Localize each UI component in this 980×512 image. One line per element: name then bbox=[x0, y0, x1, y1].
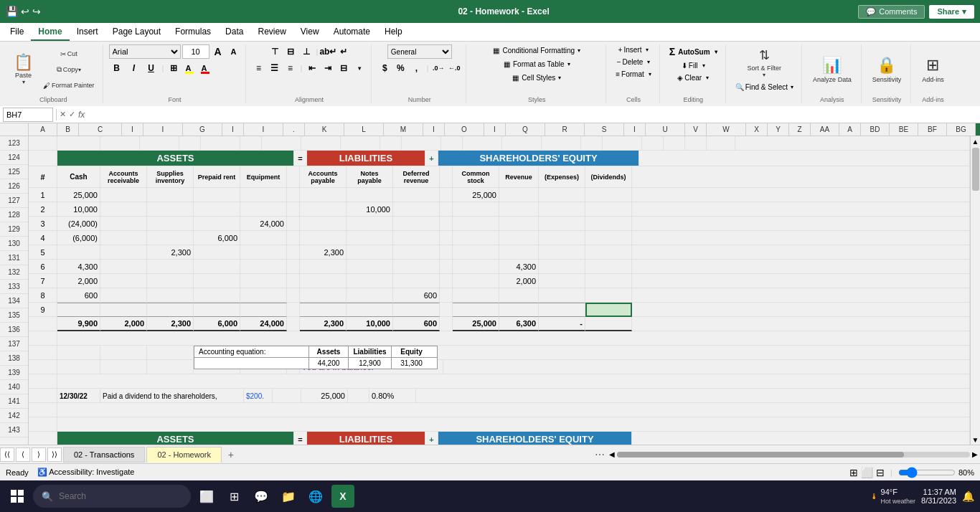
underline-button[interactable]: U bbox=[143, 61, 159, 75]
align-left-button[interactable]: ≡ bbox=[252, 61, 266, 75]
tab-review[interactable]: Review bbox=[250, 24, 293, 41]
row-131[interactable]: 131 bbox=[0, 251, 28, 265]
merge-chevron[interactable]: ▾ bbox=[352, 61, 367, 75]
decrease-indent-button[interactable]: ⇤ bbox=[305, 61, 319, 75]
table-row[interactable]: 4 (6,000) 6,000 bbox=[29, 231, 970, 245]
col-T[interactable]: I bbox=[624, 123, 646, 136]
align-bottom-button[interactable]: ⊥ bbox=[299, 44, 314, 59]
fill-button[interactable]: ⬇ Fill ▾ bbox=[678, 60, 709, 71]
sheet-nav-next[interactable]: ⟩ bbox=[32, 447, 46, 462]
fill-color-button[interactable]: A bbox=[182, 61, 197, 75]
excel-taskbar-button[interactable]: X bbox=[331, 485, 354, 508]
bold-button[interactable]: B bbox=[109, 61, 125, 75]
italic-button[interactable]: I bbox=[126, 61, 142, 75]
percent-button[interactable]: % bbox=[393, 61, 407, 75]
formula-input[interactable] bbox=[88, 108, 977, 122]
col-H[interactable]: I bbox=[244, 123, 283, 136]
tab-automate[interactable]: Automate bbox=[326, 24, 377, 41]
row-143[interactable]: 143 bbox=[0, 423, 28, 437]
format-cells-button[interactable]: ≡ Format ▾ bbox=[612, 69, 655, 80]
sum-button[interactable]: Σ AutoSum ▾ bbox=[666, 44, 721, 59]
table-row[interactable]: 9 bbox=[29, 303, 970, 317]
merge-button[interactable]: ⊟ bbox=[336, 61, 351, 75]
col-BF[interactable]: BF bbox=[918, 123, 947, 136]
delete-cells-button[interactable]: − Delete ▾ bbox=[613, 57, 654, 67]
font-decrease-button[interactable]: A bbox=[227, 44, 241, 59]
table-row[interactable]: 1 25,000 25,000 bbox=[29, 188, 970, 202]
row-135[interactable]: 135 bbox=[0, 308, 28, 323]
row-141[interactable]: 141 bbox=[0, 394, 28, 409]
row-132[interactable]: 132 bbox=[0, 265, 28, 280]
decrease-decimal-button[interactable]: ←.0 bbox=[447, 61, 461, 75]
insert-cells-button[interactable]: + Insert ▾ bbox=[615, 44, 653, 55]
col-O[interactable]: O bbox=[445, 123, 484, 136]
col-F[interactable]: G bbox=[183, 123, 222, 136]
row-130[interactable]: 130 bbox=[0, 237, 28, 251]
table-row[interactable]: 9,900 2,000 2,300 6,000 24,000 2,300 10,… bbox=[29, 317, 970, 331]
tab-view[interactable]: View bbox=[293, 24, 326, 41]
row-128[interactable]: 128 bbox=[0, 208, 28, 222]
col-X[interactable]: X bbox=[746, 123, 768, 136]
font-color-button[interactable]: A bbox=[198, 61, 212, 75]
col-A[interactable]: A bbox=[29, 123, 57, 136]
clear-button[interactable]: ◈ Clear ▾ bbox=[674, 72, 712, 83]
analyze-data-button[interactable]: 📊 Analyze Data bbox=[808, 46, 857, 93]
col-G[interactable]: I bbox=[222, 123, 244, 136]
formula-fx-button[interactable]: fx bbox=[78, 110, 85, 120]
tab-page-layout[interactable]: Page Layout bbox=[105, 24, 168, 41]
horizontal-scrollbar[interactable]: ◀ ▶ bbox=[607, 450, 980, 460]
font-family-select[interactable]: Arial bbox=[109, 44, 181, 59]
col-Q[interactable]: Q bbox=[506, 123, 545, 136]
col-Y[interactable]: Y bbox=[768, 123, 789, 136]
table-row[interactable]: 6 4,300 4,300 bbox=[29, 260, 970, 274]
col-P[interactable]: I bbox=[484, 123, 506, 136]
col-M[interactable]: M bbox=[384, 123, 423, 136]
row-126[interactable]: 126 bbox=[0, 179, 28, 194]
row-133[interactable]: 133 bbox=[0, 280, 28, 294]
col-C[interactable]: C bbox=[79, 123, 122, 136]
col-W[interactable]: W bbox=[707, 123, 746, 136]
row-127[interactable]: 127 bbox=[0, 194, 28, 208]
font-size-input[interactable] bbox=[182, 44, 209, 59]
row-129[interactable]: 129 bbox=[0, 222, 28, 237]
col-E[interactable]: I bbox=[143, 123, 183, 136]
sheet-nav-last[interactable]: ⟩⟩ bbox=[47, 447, 62, 462]
addins-button[interactable]: ⊞ Add-ins bbox=[917, 46, 949, 93]
quick-save-icon[interactable]: 💾 bbox=[6, 6, 18, 17]
col-K[interactable]: K bbox=[305, 123, 344, 136]
col-B[interactable]: B bbox=[57, 123, 79, 136]
sheet-nav-first[interactable]: ⟨⟨ bbox=[0, 447, 14, 462]
row-123[interactable]: 123 bbox=[0, 136, 28, 151]
table-row[interactable]: 8 600 600 bbox=[29, 288, 970, 303]
row-139[interactable]: 139 bbox=[0, 366, 28, 380]
weather-widget[interactable]: 🌡 94°F Hot weather bbox=[870, 488, 916, 504]
col-N[interactable]: I bbox=[423, 123, 445, 136]
col-V[interactable]: V bbox=[685, 123, 707, 136]
col-BG[interactable]: BG bbox=[947, 123, 976, 136]
task-view-button[interactable]: ⬜ bbox=[195, 485, 218, 508]
col-dot[interactable]: . bbox=[283, 123, 305, 136]
cell-styles-button[interactable]: ▦ Cell Styles ▾ bbox=[507, 72, 566, 84]
table-row[interactable]: 2 10,000 10,000 bbox=[29, 202, 970, 217]
col-L[interactable]: L bbox=[344, 123, 384, 136]
dollar-button[interactable]: $ bbox=[377, 61, 392, 75]
row-136[interactable]: 136 bbox=[0, 323, 28, 337]
sheet-nav-prev[interactable]: ⟨ bbox=[16, 447, 30, 462]
windows-start-button[interactable] bbox=[6, 485, 29, 508]
file-explorer-button[interactable]: 📁 bbox=[277, 485, 300, 508]
row-124[interactable]: 124 bbox=[0, 151, 28, 165]
col-R[interactable]: R bbox=[545, 123, 585, 136]
paste-button[interactable]: 📋 Paste ▾ bbox=[9, 46, 38, 93]
tab-data[interactable]: Data bbox=[218, 24, 250, 41]
col-Z[interactable]: Z bbox=[789, 123, 811, 136]
col-D[interactable]: I bbox=[122, 123, 143, 136]
border-button[interactable]: ⊞ bbox=[166, 61, 181, 75]
row-137[interactable]: 137 bbox=[0, 337, 28, 351]
col-BE[interactable]: BE bbox=[890, 123, 918, 136]
align-center-button[interactable]: ☰ bbox=[268, 61, 282, 75]
col-U[interactable]: U bbox=[646, 123, 685, 136]
increase-decimal-button[interactable]: .0→ bbox=[431, 61, 446, 75]
format-painter-button[interactable]: 🖌 Format Painter bbox=[39, 78, 98, 93]
cut-button[interactable]: ✂ Cut bbox=[39, 47, 98, 61]
find-select-button[interactable]: 🔍 Find & Select ▾ bbox=[732, 82, 797, 93]
